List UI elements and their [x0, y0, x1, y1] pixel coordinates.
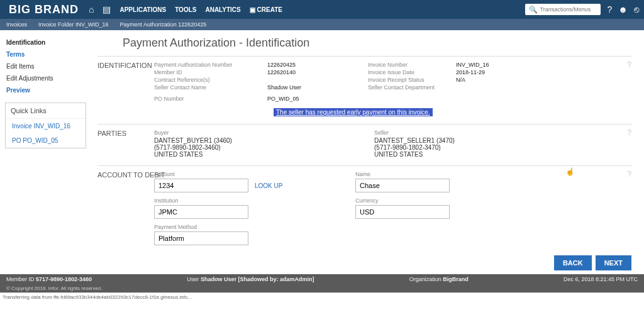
next-button[interactable]: NEXT	[596, 255, 631, 270]
quick-links-header: Quick Links	[6, 103, 86, 119]
section-account: ACCOUNT TO DEBIT ? ☝ Account LOOK UP Nam…	[97, 165, 631, 248]
side-menu: Identification Terms Edit Items Edit Adj…	[5, 36, 86, 96]
buyer-label: Buyer	[154, 130, 343, 136]
footer-member-lbl: Member ID	[6, 276, 35, 282]
lbl-currency: Currency	[355, 197, 531, 204]
nav-tools[interactable]: TOOLS	[175, 6, 196, 13]
lbl-payment-method: Payment Method	[154, 224, 330, 230]
footer-org-val: BigBrand	[443, 276, 469, 282]
sidebar-item-terms[interactable]: Terms	[5, 48, 86, 60]
buyer-name: DANTEST_BUYER1 (3460)	[154, 137, 343, 144]
val-invoice-no: INV_WID_16	[456, 62, 531, 68]
content: Payment Authorization - Identification I…	[91, 30, 644, 252]
quick-link-invoice[interactable]: Invoice INV_WID_16	[6, 119, 86, 133]
sidebar-item-identification[interactable]: Identification	[5, 36, 86, 48]
home-icon[interactable]: ⌂	[89, 4, 94, 14]
logout-icon[interactable]: ⎋	[634, 4, 639, 14]
quick-links: Quick Links Invoice INV_WID_16 PO PO_WID…	[5, 103, 86, 148]
nav-create[interactable]: ▣ CREATE	[250, 6, 282, 13]
footer-bar: Member ID 5717-9890-1802-3460 User Shado…	[0, 274, 644, 284]
quick-link-po[interactable]: PO PO_WID_05	[6, 133, 86, 148]
status-bar: Transferring data from ffe-fd69ac933b344…	[0, 292, 644, 301]
nav-applications[interactable]: APPLICATIONS	[119, 6, 166, 13]
sidebar-item-preview[interactable]: Preview	[5, 84, 86, 96]
help-icon[interactable]: ?	[607, 4, 612, 14]
section-title-account: ACCOUNT TO DEBIT	[97, 171, 165, 179]
top-nav: ⌂ ▤ APPLICATIONS TOOLS ANALYTICS ▣ CREAT…	[89, 4, 282, 14]
lbl-account: Account	[154, 171, 330, 177]
input-account[interactable]	[154, 179, 248, 192]
footer-date: Dec 6, 2018 8:21:45 PM UTC	[564, 276, 638, 282]
val-seller-contact: Shadow User	[267, 84, 368, 91]
breadcrumb-current[interactable]: Payment Authorization 122620425	[120, 21, 207, 28]
sidebar-item-edit-adjustments[interactable]: Edit Adjustments	[5, 72, 86, 84]
breadcrumb-folder[interactable]: Invoice Folder INV_WID_16	[38, 21, 109, 28]
sidebar: Identification Terms Edit Items Edit Adj…	[0, 30, 91, 252]
val-pan: 122620425	[267, 62, 368, 68]
breadcrumb-invoices[interactable]: Invoices	[6, 21, 27, 28]
seller-label: Seller	[374, 130, 563, 136]
lbl-invoice-no: Invoice Number	[368, 62, 456, 68]
val-po: PO_WID_05	[267, 92, 368, 102]
lbl-issue-date: Invoice Issue Date	[368, 69, 456, 75]
lookup-link[interactable]: LOOK UP	[255, 182, 282, 189]
lbl-institution: Institution	[154, 197, 330, 204]
cursor-icon: ☝	[565, 167, 575, 176]
back-button[interactable]: BACK	[554, 255, 592, 270]
lbl-name: Name	[355, 171, 531, 177]
lbl-seller-dept: Seller Contact Department	[368, 84, 456, 91]
field-institution: Institution	[154, 197, 330, 219]
input-institution[interactable]	[154, 205, 248, 219]
button-row: BACK NEXT	[0, 252, 644, 274]
help-icon[interactable]: ?	[627, 170, 631, 179]
lbl-contract: Contract Reference(s)	[154, 77, 267, 83]
input-payment-method[interactable]	[154, 231, 248, 245]
val-member: 122620140	[267, 69, 368, 75]
user-icon[interactable]: ☻	[618, 4, 628, 14]
top-right-icons: ? ☻ ⎋	[607, 4, 639, 14]
footer-user-val: Shadow User [Shadowed by: adamAdmin]	[201, 276, 314, 282]
lbl-member: Member ID	[154, 69, 267, 75]
val-issue-date: 2018-11-29	[456, 69, 531, 75]
footer-org-lbl: Organization	[409, 276, 441, 282]
clipboard-icon[interactable]: ▤	[103, 4, 111, 14]
buyer-country: UNITED STATES	[154, 151, 343, 158]
lbl-receipt-status: Invoice Receipt Status	[368, 77, 456, 83]
party-seller: Seller DANTEST_SELLER1 (3470) (5717-9890…	[374, 130, 563, 158]
brand-logo: BIG BRAND	[5, 3, 85, 16]
val-receipt-status: N/A	[456, 77, 531, 83]
lbl-po: PO Number	[154, 92, 267, 102]
sidebar-item-edit-items[interactable]: Edit Items	[5, 60, 86, 72]
party-buyer: Buyer DANTEST_BUYER1 (3460) (5717-9890-1…	[154, 130, 343, 158]
seller-name: DANTEST_SELLER1 (3470)	[374, 137, 563, 144]
input-name[interactable]	[355, 179, 450, 192]
lbl-seller-contact: Seller Contact Name	[154, 84, 267, 91]
section-title-identification: IDENTIFICATION	[97, 62, 152, 69]
footer-copyright: © Copyright 2018. Infor. All rights rese…	[0, 284, 644, 292]
help-icon[interactable]: ?	[627, 60, 631, 69]
main-area: Identification Terms Edit Items Edit Adj…	[0, 30, 644, 252]
search-box[interactable]: 🔍	[525, 4, 601, 15]
top-bar: BIG BRAND ⌂ ▤ APPLICATIONS TOOLS ANALYTI…	[0, 0, 644, 19]
field-payment-method: Payment Method	[154, 224, 330, 245]
section-identification: IDENTIFICATION ? Payment Authorization N…	[97, 56, 631, 124]
seller-phone: (5717-9890-1802-3470)	[374, 144, 563, 151]
nav-analytics[interactable]: ANALYTICS	[205, 6, 240, 13]
field-account: Account LOOK UP	[154, 171, 330, 192]
footer-member-val: 5717-9890-1802-3460	[36, 276, 92, 282]
buyer-phone: (5717-9890-1802-3460)	[154, 144, 343, 151]
early-payment-notice[interactable]: The seller has requested early payment o…	[274, 108, 433, 116]
breadcrumb: Invoices Invoice Folder INV_WID_16 Payme…	[0, 19, 644, 30]
input-currency[interactable]	[355, 205, 450, 219]
page-title: Payment Authorization - Identification	[123, 36, 631, 50]
field-currency: Currency	[355, 197, 531, 219]
search-input[interactable]	[540, 6, 597, 13]
help-icon[interactable]: ?	[627, 128, 631, 137]
section-title-parties: PARTIES	[97, 130, 126, 137]
seller-country: UNITED STATES	[374, 151, 563, 158]
field-name: Name	[355, 171, 531, 192]
plus-icon: ▣	[250, 6, 257, 13]
footer-user-lbl: User	[187, 276, 199, 282]
lbl-pan: Payment Authorization Number	[154, 62, 267, 68]
section-parties: PARTIES ? Buyer DANTEST_BUYER1 (3460) (5…	[97, 124, 631, 165]
